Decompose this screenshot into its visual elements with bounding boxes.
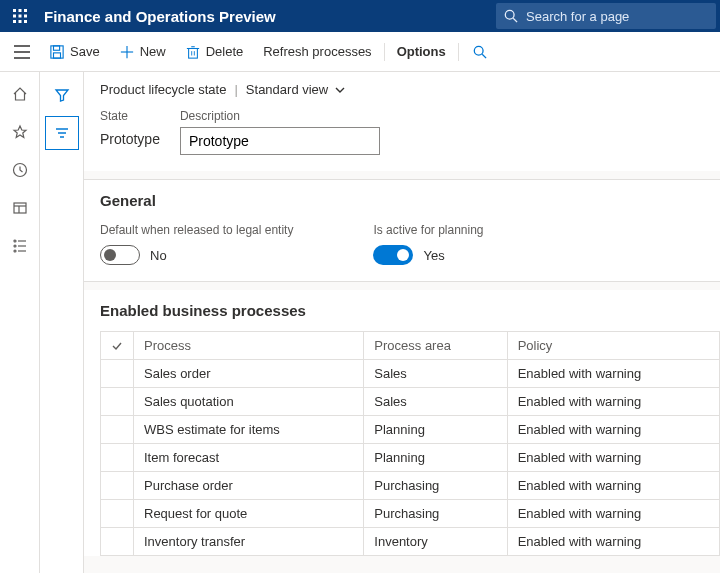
action-bar: Save New Delete Refresh processes Option… <box>0 32 720 72</box>
svg-rect-4 <box>19 15 22 18</box>
svg-point-34 <box>14 250 16 252</box>
cell-policy: Enabled with warning <box>507 388 719 416</box>
default-legal-entity-toggle[interactable] <box>100 245 140 265</box>
cell-policy: Enabled with warning <box>507 500 719 528</box>
save-button[interactable]: Save <box>40 32 110 71</box>
row-select-cell[interactable] <box>101 444 134 472</box>
description-field: Description <box>180 109 380 155</box>
row-select-cell[interactable] <box>101 360 134 388</box>
svg-rect-5 <box>24 15 27 18</box>
state-field: State Prototype <box>100 109 160 155</box>
svg-rect-2 <box>24 9 27 12</box>
svg-rect-0 <box>13 9 16 12</box>
svg-rect-27 <box>14 203 26 213</box>
app-header: Finance and Operations Preview Search fo… <box>0 0 720 32</box>
refresh-processes-button[interactable]: Refresh processes <box>253 32 381 71</box>
nav-workspaces-icon[interactable] <box>4 192 36 224</box>
row-select-cell[interactable] <box>101 472 134 500</box>
cell-policy: Enabled with warning <box>507 444 719 472</box>
search-icon <box>473 45 487 59</box>
save-icon <box>50 45 64 59</box>
svg-rect-1 <box>19 9 22 12</box>
col-process[interactable]: Process <box>134 332 364 360</box>
app-title: Finance and Operations Preview <box>40 8 276 25</box>
action-search-button[interactable] <box>461 32 505 71</box>
table-row[interactable]: WBS estimate for itemsPlanningEnabled wi… <box>101 416 720 444</box>
svg-point-24 <box>474 46 483 55</box>
waffle-icon[interactable] <box>0 9 40 23</box>
chevron-down-icon <box>334 84 346 96</box>
nav-recent-icon[interactable] <box>4 154 36 186</box>
trash-icon <box>186 45 200 59</box>
action-divider <box>458 43 459 61</box>
svg-rect-3 <box>13 15 16 18</box>
plus-icon <box>120 45 134 59</box>
view-selector[interactable]: Standard view <box>246 82 346 97</box>
cell-process: Item forecast <box>134 444 364 472</box>
cell-area: Purchasing <box>364 472 507 500</box>
col-area[interactable]: Process area <box>364 332 507 360</box>
options-button[interactable]: Options <box>387 32 456 71</box>
general-card: General Default when released to legal e… <box>84 179 720 282</box>
nav-home-icon[interactable] <box>4 78 36 110</box>
table-row[interactable]: Item forecastPlanningEnabled with warnin… <box>101 444 720 472</box>
state-label: State <box>100 109 160 123</box>
description-input[interactable] <box>180 127 380 155</box>
cell-policy: Enabled with warning <box>507 416 719 444</box>
nav-favorites-icon[interactable] <box>4 116 36 148</box>
svg-line-25 <box>482 54 486 58</box>
table-row[interactable]: Sales orderSalesEnabled with warning <box>101 360 720 388</box>
filter-funnel-icon[interactable] <box>45 78 79 112</box>
default-legal-entity-field: Default when released to legal entity No <box>100 223 293 265</box>
global-search-box[interactable]: Search for a page <box>496 3 716 29</box>
active-planning-field: Is active for planning Yes <box>373 223 483 265</box>
search-icon <box>504 9 518 23</box>
svg-rect-15 <box>54 45 60 49</box>
delete-button[interactable]: Delete <box>176 32 254 71</box>
breadcrumb-separator: | <box>234 82 237 97</box>
processes-table: Process Process area Policy Sales orderS… <box>100 331 720 556</box>
table-row[interactable]: Sales quotationSalesEnabled with warning <box>101 388 720 416</box>
filter-lines-icon[interactable] <box>45 116 79 150</box>
svg-rect-6 <box>13 20 16 23</box>
active-planning-toggle[interactable] <box>373 245 413 265</box>
nav-modules-icon[interactable] <box>4 230 36 262</box>
select-all-header[interactable] <box>101 332 134 360</box>
row-select-cell[interactable] <box>101 416 134 444</box>
state-value: Prototype <box>100 127 160 151</box>
table-row[interactable]: Inventory transferInventoryEnabled with … <box>101 528 720 556</box>
nav-hamburger-icon[interactable] <box>4 45 40 59</box>
row-select-cell[interactable] <box>101 388 134 416</box>
svg-rect-14 <box>51 45 63 57</box>
svg-point-9 <box>505 10 514 19</box>
description-label: Description <box>180 109 380 123</box>
checkmark-icon <box>111 340 123 352</box>
svg-point-30 <box>14 240 16 242</box>
processes-heading: Enabled business processes <box>100 302 720 319</box>
cell-process: Request for quote <box>134 500 364 528</box>
general-heading: General <box>100 192 704 209</box>
nav-rail <box>0 72 40 573</box>
cell-process: Sales order <box>134 360 364 388</box>
cell-area: Planning <box>364 416 507 444</box>
new-button[interactable]: New <box>110 32 176 71</box>
cell-area: Planning <box>364 444 507 472</box>
cell-process: Inventory transfer <box>134 528 364 556</box>
content-area: Product lifecycle state | Standard view … <box>84 72 720 573</box>
cell-area: Sales <box>364 388 507 416</box>
row-select-cell[interactable] <box>101 500 134 528</box>
svg-line-10 <box>513 18 517 22</box>
page-title: Product lifecycle state <box>100 82 226 97</box>
cell-area: Inventory <box>364 528 507 556</box>
cell-process: WBS estimate for items <box>134 416 364 444</box>
table-row[interactable]: Purchase orderPurchasingEnabled with war… <box>101 472 720 500</box>
action-divider <box>384 43 385 61</box>
breadcrumb: Product lifecycle state | Standard view <box>84 72 720 109</box>
cell-process: Purchase order <box>134 472 364 500</box>
cell-area: Sales <box>364 360 507 388</box>
col-policy[interactable]: Policy <box>507 332 719 360</box>
cell-area: Purchasing <box>364 500 507 528</box>
row-select-cell[interactable] <box>101 528 134 556</box>
processes-section: Enabled business processes Process Proce… <box>84 290 720 556</box>
table-row[interactable]: Request for quotePurchasingEnabled with … <box>101 500 720 528</box>
